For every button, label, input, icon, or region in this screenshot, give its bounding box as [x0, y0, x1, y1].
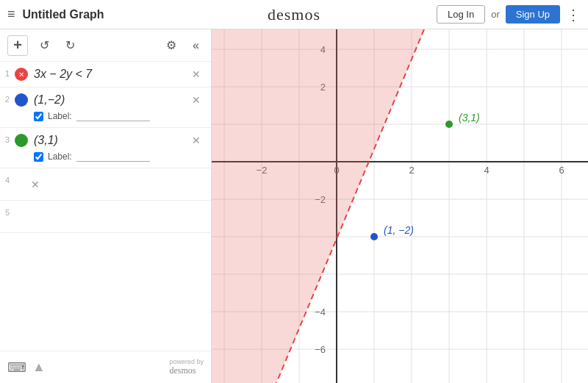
inequality-shade — [212, 29, 424, 383]
expression-item-3[interactable]: 3 (3,1) ✕ Label: — [0, 128, 211, 168]
label-input-3[interactable] — [76, 151, 150, 162]
label-row-2: Label: — [34, 111, 204, 121]
svg-text:6: 6 — [559, 165, 564, 176]
svg-text:4: 4 — [484, 165, 489, 176]
color-dot-3[interactable] — [15, 134, 28, 147]
expression-item-1[interactable]: 1 ✕ 3x − 2y < 7 ✕ — [0, 62, 211, 87]
color-dot-2[interactable] — [15, 93, 28, 107]
collapse-button[interactable]: « — [188, 36, 204, 55]
auth-area: Log In or Sign Up ⋮ — [437, 5, 581, 24]
label-checkbox-3[interactable] — [34, 152, 43, 162]
svg-text:−6: −6 — [315, 344, 326, 355]
point-1-neg2-label: (1, −2) — [384, 224, 414, 236]
expand-icon[interactable]: ▲ — [32, 359, 46, 375]
label-input-2[interactable] — [76, 111, 150, 121]
graph-svg: −2 0 2 4 6 4 2 −2 −4 −6 (3,1) (1, −2) — [212, 29, 588, 383]
login-button[interactable]: Log In — [437, 5, 485, 24]
expr-close-3[interactable]: ✕ — [189, 134, 204, 147]
graph-title: Untitled Graph — [23, 8, 430, 21]
label-text-3: Label: — [48, 151, 72, 162]
label-text-2: Label: — [48, 111, 72, 121]
keyboard-icon[interactable]: ⌨ — [7, 359, 26, 376]
add-expression-button[interactable]: + — [7, 35, 28, 56]
desmos-logo: desmos — [268, 5, 320, 24]
expr-close-2[interactable]: ✕ — [189, 93, 204, 107]
topbar: ≡ Untitled Graph desmos Log In or Sign U… — [0, 0, 588, 29]
extra-menu-icon[interactable]: ⋮ — [566, 6, 581, 24]
main-layout: + ↺ ↻ ⚙ « 1 ✕ 3x − 2y < 7 ✕ 2 (1,−2) — [0, 29, 588, 383]
label-row-3: Label: — [34, 151, 204, 162]
signup-button[interactable]: Sign Up — [506, 5, 560, 24]
point-3-1[interactable] — [445, 121, 453, 128]
expression-item-4[interactable]: 4 ✕ — [0, 168, 211, 201]
point-1-neg2[interactable] — [370, 233, 378, 240]
point-3-1-label: (3,1) — [459, 112, 480, 124]
graph-area[interactable]: −2 0 2 4 6 4 2 −2 −4 −6 (3,1) (1, −2) — [212, 29, 588, 383]
expression-item-5[interactable]: 5 — [0, 201, 211, 233]
svg-text:2: 2 — [409, 165, 414, 176]
settings-button[interactable]: ⚙ — [162, 35, 181, 55]
expr-number-5: 5 — [0, 208, 10, 217]
expr-text-2: (1,−2) — [34, 93, 183, 107]
expr-number-2: 2 — [0, 95, 10, 104]
svg-text:−4: −4 — [315, 307, 326, 318]
expression-item-2[interactable]: 2 (1,−2) ✕ Label: — [0, 87, 211, 128]
undo-button[interactable]: ↺ — [35, 35, 54, 55]
hamburger-menu[interactable]: ≡ — [7, 7, 15, 22]
or-text: or — [491, 9, 500, 20]
label-checkbox-2[interactable] — [34, 112, 43, 121]
expr-text-3: (3,1) — [34, 134, 183, 147]
desmos-small-logo: desmos — [169, 365, 204, 376]
sidebar-bottom: ⌨ ▲ powered by desmos — [0, 351, 211, 383]
color-dot-1[interactable]: ✕ — [15, 68, 28, 81]
powered-by-text: powered by — [169, 358, 204, 366]
expr-number-4: 4 — [0, 176, 10, 185]
sidebar-toolbar: + ↺ ↻ ⚙ « — [0, 29, 211, 62]
expr-text-1: 3x − 2y < 7 — [34, 68, 183, 81]
expr-close-4[interactable]: ✕ — [28, 178, 43, 191]
expr-close-1[interactable]: ✕ — [189, 68, 204, 81]
expr-number-1: 1 — [0, 69, 10, 78]
sidebar: + ↺ ↻ ⚙ « 1 ✕ 3x − 2y < 7 ✕ 2 (1,−2) — [0, 29, 212, 383]
expr-number-3: 3 — [0, 135, 10, 144]
redo-button[interactable]: ↻ — [61, 35, 79, 55]
